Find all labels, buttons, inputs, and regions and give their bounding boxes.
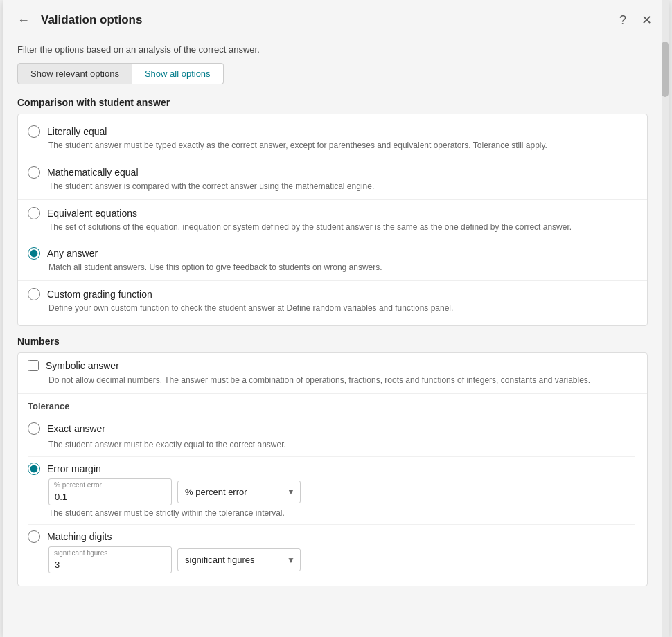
error-margin-inputs: % percent error % percent error absolute… <box>48 478 635 505</box>
numbers-card: Symbolic answer Do not allow decimal num… <box>17 352 648 586</box>
exact-answer-desc: The student answer must be exactly equal… <box>48 439 635 451</box>
dialog-header: ← Validation options ? ✕ <box>3 0 669 37</box>
option-mathematically-equal: Mathematically equal The student answer … <box>18 159 647 200</box>
option-equivalent-equations: Equivalent equations The set of solution… <box>18 200 647 241</box>
show-all-button[interactable]: Show all options <box>132 63 224 84</box>
back-button[interactable]: ← <box>13 10 34 30</box>
option-literally-equal: Literally equal The student answer must … <box>18 118 647 159</box>
symbolic-answer-row: Symbolic answer Do not allow decimal num… <box>18 353 647 394</box>
filter-description: Filter the options based on an analysis … <box>17 44 648 55</box>
help-button[interactable]: ? <box>615 10 630 30</box>
any-answer-radio[interactable] <box>28 247 40 260</box>
tolerance-title: Tolerance <box>28 401 635 411</box>
error-margin-radio[interactable] <box>28 463 40 475</box>
error-margin-input-label: % percent error <box>54 481 102 489</box>
matching-digits-label: Matching digits <box>47 531 116 542</box>
equivalent-equations-desc: The set of solutions of the equation, in… <box>48 222 635 233</box>
symbolic-answer-desc: Do not allow decimal numbers. The answer… <box>48 375 590 385</box>
literally-equal-label: Literally equal <box>47 126 107 137</box>
matching-digits-select-wrapper: significant figures decimal places ▼ <box>177 548 301 571</box>
dialog-body: Filter the options based on an analysis … <box>3 37 662 610</box>
matching-digits-select[interactable]: significant figures decimal places <box>177 548 301 571</box>
mathematically-equal-desc: The student answer is compared with the … <box>48 181 635 192</box>
equivalent-equations-radio[interactable] <box>28 207 40 219</box>
tolerance-exact-answer: Exact answer The student answer must be … <box>28 417 635 457</box>
comparison-card: Literally equal The student answer must … <box>17 114 648 326</box>
custom-grading-desc: Define your own custom function to check… <box>48 303 635 314</box>
tolerance-matching-digits: Matching digits significant figures sign… <box>28 525 635 579</box>
error-margin-input-group: % percent error <box>48 478 172 505</box>
any-answer-label: Any answer <box>47 248 98 259</box>
custom-grading-radio[interactable] <box>28 288 40 300</box>
scrollbar-thumb[interactable] <box>662 42 669 97</box>
error-margin-select[interactable]: % percent error absolute error significa… <box>177 481 301 503</box>
matching-digits-input-group: significant figures <box>48 546 172 573</box>
error-margin-select-wrapper: % percent error absolute error significa… <box>177 481 301 503</box>
custom-grading-label: Custom grading function <box>47 289 152 300</box>
comparison-section-title: Comparison with student answer <box>17 97 648 108</box>
validation-options-dialog: ← Validation options ? ✕ Filter the opti… <box>3 0 669 637</box>
error-margin-desc: The student answer must be strictly with… <box>48 508 635 519</box>
dialog-title: Validation options <box>41 13 608 27</box>
error-margin-label: Error margin <box>47 463 116 474</box>
mathematically-equal-label: Mathematically equal <box>47 167 139 178</box>
literally-equal-radio[interactable] <box>28 125 40 138</box>
equivalent-equations-label: Equivalent equations <box>47 208 137 219</box>
exact-answer-label: Exact answer <box>47 423 116 434</box>
close-button[interactable]: ✕ <box>637 10 656 30</box>
scrollbar-track <box>662 0 669 637</box>
matching-digits-radio[interactable] <box>28 530 40 543</box>
any-answer-desc: Match all student answers. Use this opti… <box>48 262 635 273</box>
tolerance-section: Tolerance Exact answer The student answe… <box>18 394 647 586</box>
matching-digits-input-label: significant figures <box>54 549 107 557</box>
option-any-answer: Any answer Match all student answers. Us… <box>18 240 647 281</box>
symbolic-answer-checkbox[interactable] <box>28 360 39 371</box>
symbolic-answer-label: Symbolic answer <box>46 360 119 371</box>
numbers-section-title: Numbers <box>17 336 648 347</box>
exact-answer-radio[interactable] <box>28 422 40 435</box>
option-custom-grading: Custom grading function Define your own … <box>18 281 647 321</box>
literally-equal-desc: The student answer must be typed exactly… <box>48 140 635 152</box>
mathematically-equal-radio[interactable] <box>28 166 40 179</box>
tolerance-error-margin: Error margin % percent error % percent e… <box>28 457 635 526</box>
matching-digits-inputs: significant figures significant figures … <box>48 546 635 573</box>
toggle-bar: Show relevant options Show all options <box>17 63 648 84</box>
show-relevant-button[interactable]: Show relevant options <box>17 63 132 84</box>
